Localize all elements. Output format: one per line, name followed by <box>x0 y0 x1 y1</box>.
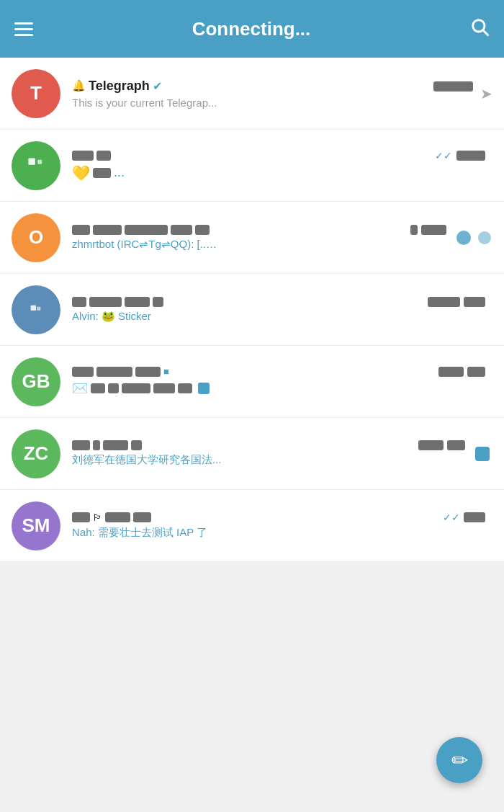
list-item[interactable]: SM 🏳 ✓✓ Nah: 需要壮士去测试 IAP 了 <box>0 490 504 562</box>
chat-content: 🔔 Telegraph ✔ This is your current Teleg… <box>72 79 473 109</box>
avatar: ZC <box>12 429 60 478</box>
list-item[interactable]: ZC 刘德军在德国大学研究各国法... <box>0 418 504 490</box>
chat-preview: 刘德军在德国大学研究各国法... <box>72 453 374 467</box>
chat-content: 🏳 ✓✓ Nah: 需要壮士去测试 IAP 了 <box>72 512 485 540</box>
compose-icon: ✏ <box>451 749 468 772</box>
list-item[interactable]: ✓✓ 💛 ... <box>0 130 504 202</box>
name-row <box>72 440 142 450</box>
compose-button[interactable]: ✏ <box>436 737 482 783</box>
avatar-letter: O <box>29 226 43 249</box>
svg-rect-4 <box>456 231 471 245</box>
svg-rect-5 <box>478 231 491 244</box>
chat-header <box>72 297 485 307</box>
avatar: O <box>12 213 60 262</box>
list-item[interactable]: T 🔔 Telegraph ✔ This is your current Tel… <box>0 58 504 130</box>
name-row: 🏳 <box>72 512 151 523</box>
avatar-letter: T <box>30 82 42 104</box>
svg-rect-7 <box>37 306 40 310</box>
search-icon[interactable] <box>469 17 490 42</box>
chat-header: ✓✓ <box>72 150 485 161</box>
chat-name: Telegraph <box>89 79 150 94</box>
chat-meta <box>454 228 492 248</box>
list-item[interactable]: Alvin: 🐸 Sticker <box>0 274 504 346</box>
avatar <box>12 141 60 190</box>
name-row <box>72 297 163 307</box>
chat-preview: Alvin: 🐸 Sticker <box>72 310 374 323</box>
list-item[interactable]: GB ■ ✉️ <box>0 346 504 418</box>
avatar-letter: GB <box>22 370 50 393</box>
svg-rect-3 <box>37 159 42 164</box>
name-row: 🔔 Telegraph ✔ <box>72 79 162 94</box>
chat-content: ■ ✉️ <box>72 366 485 397</box>
chat-header: 🏳 ✓✓ <box>72 512 485 523</box>
chat-meta: ➤ <box>480 85 492 102</box>
chat-header <box>72 225 446 235</box>
name-row: ■ <box>72 366 169 377</box>
name-row <box>72 151 111 161</box>
chat-content: zhmrtbot (IRC⇌Tg⇌QQ): [..… <box>72 225 446 251</box>
list-item[interactable]: O zhmrtbot (IRC⇌Tg⇌QQ): [..… <box>0 202 504 274</box>
chat-header: ■ <box>72 366 485 377</box>
chat-preview: 💛 ... <box>72 164 485 182</box>
forward-icon: ➤ <box>480 85 492 102</box>
svg-rect-9 <box>475 447 490 461</box>
chat-content: ✓✓ 💛 ... <box>72 150 485 182</box>
avatar: T <box>12 69 60 118</box>
mute-icon: 🔔 <box>72 79 86 92</box>
chat-header: 🔔 Telegraph ✔ <box>72 79 473 94</box>
menu-button[interactable] <box>14 22 33 36</box>
chat-content: 刘德军在德国大学研究各国法... <box>72 440 465 467</box>
svg-rect-2 <box>28 158 35 164</box>
avatar-letter: ZC <box>24 442 49 465</box>
avatar <box>12 285 60 334</box>
svg-rect-6 <box>31 305 36 310</box>
svg-line-1 <box>483 30 487 35</box>
chat-content: Alvin: 🐸 Sticker <box>72 297 485 323</box>
chat-time <box>433 80 473 92</box>
avatar: SM <box>12 501 60 550</box>
chat-preview: zhmrtbot (IRC⇌Tg⇌QQ): [..… <box>72 238 374 251</box>
chat-preview: This is your current Telegrap... <box>72 97 374 109</box>
chat-meta <box>472 444 492 464</box>
chat-preview: ✉️ <box>72 380 485 397</box>
app-title: Connecting... <box>48 18 455 40</box>
chat-list: T 🔔 Telegraph ✔ This is your current Tel… <box>0 58 504 562</box>
name-row <box>72 225 210 235</box>
svg-rect-8 <box>198 383 210 394</box>
avatar-letter: SM <box>22 514 50 537</box>
chat-header <box>72 440 465 450</box>
verified-badge: ✔ <box>153 79 162 93</box>
chat-preview: Nah: 需要壮士去测试 IAP 了 <box>72 526 374 540</box>
avatar: GB <box>12 357 60 406</box>
top-bar: Connecting... <box>0 0 504 58</box>
